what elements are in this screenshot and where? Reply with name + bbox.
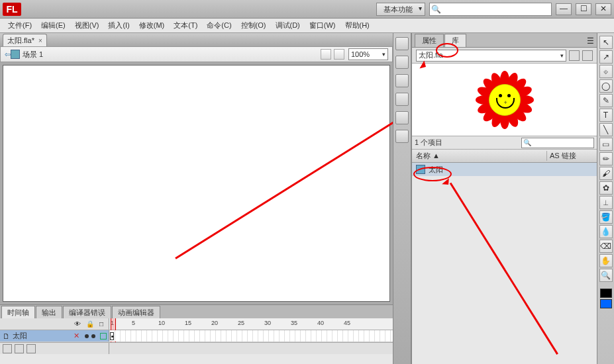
color-panel-icon[interactable]	[395, 37, 409, 50]
line-tool[interactable]: ╲	[599, 123, 613, 136]
library-search-input[interactable]: 🔍	[521, 138, 594, 148]
new-library-icon[interactable]	[582, 50, 593, 61]
deco-tool[interactable]: ✿	[599, 181, 613, 195]
layer-outline-box[interactable]	[100, 333, 107, 340]
transform-panel-icon[interactable]	[395, 111, 409, 124]
bottom-panel: 时间轴 输出 编译器错误 动画编辑器 👁 🔒 □ 1 5 10 15	[0, 304, 393, 364]
tools-panel: ↖ ↗ ⟐ ◯ ✎ T ╲ ▭ ✏ 🖌 ✿ ⟂ 🪣 💧 ⌫ ✋ 🔍	[597, 33, 614, 364]
ruler-tick: 5	[132, 320, 135, 326]
ink-bottle-tool[interactable]: 💧	[599, 225, 613, 238]
ruler-tick: 10	[158, 320, 165, 326]
zoom-select[interactable]: 100%	[348, 48, 388, 60]
document-tabbar: 太阳.fla* ×	[0, 33, 393, 46]
timeline-layers-header: 👁 🔒 □	[0, 318, 109, 330]
edit-scene-icon[interactable]	[321, 49, 331, 60]
menu-view[interactable]: 视图(V)	[71, 19, 103, 32]
app-logo: FL	[3, 3, 21, 16]
timeline-ruler[interactable]: 1 5 10 15 20 25 30 35 40 45	[109, 318, 393, 330]
scene-bar: ⇦ 场景 1 100%	[0, 46, 393, 62]
collapsed-panels-strip	[393, 33, 411, 364]
subselection-tool[interactable]: ↗	[599, 50, 613, 64]
document-tab-label: 太阳.fla*	[7, 36, 34, 46]
layer-lock-dot[interactable]	[91, 334, 95, 338]
text-tool[interactable]: T	[599, 109, 613, 122]
sort-indicator-icon: ▲	[433, 152, 440, 159]
delete-layer-icon[interactable]	[26, 344, 36, 353]
ruler-tick: 40	[317, 320, 324, 326]
menu-text[interactable]: 文本(T)	[170, 19, 201, 32]
brush-tool[interactable]: 🖌	[599, 167, 613, 180]
workspace-label: 基本功能	[384, 5, 413, 13]
layer-name-cell[interactable]: 🗋 太阳 ✕	[0, 330, 109, 341]
layer-delete-icon[interactable]: ✕	[74, 332, 79, 340]
stage-wrap	[0, 62, 393, 304]
pen-tool[interactable]: ✎	[599, 94, 613, 107]
swatches-panel-icon[interactable]	[395, 56, 409, 69]
paint-bucket-tool[interactable]: 🪣	[599, 210, 613, 224]
fill-color-swatch[interactable]	[600, 299, 612, 308]
timeline-header: 👁 🔒 □ 1 5 10 15 20 25 30 35 40 4	[0, 318, 393, 330]
scene-icon	[11, 50, 20, 59]
scene-label[interactable]: 场景 1	[23, 50, 43, 60]
selection-tool[interactable]: ↖	[599, 36, 613, 49]
maximize-button[interactable]: ☐	[576, 3, 591, 15]
menu-modify[interactable]: 修改(M)	[135, 19, 169, 32]
edit-symbol-icon[interactable]	[334, 49, 344, 60]
menu-commands[interactable]: 命令(C)	[203, 19, 235, 32]
library-list[interactable]: 太阳	[412, 163, 597, 364]
eraser-tool[interactable]: ⌫	[599, 240, 613, 253]
lasso-tool[interactable]: ◯	[599, 79, 613, 93]
pin-icon[interactable]	[569, 50, 580, 61]
ruler-tick: 30	[264, 320, 271, 326]
outline-icon[interactable]: □	[99, 320, 103, 328]
rectangle-tool[interactable]: ▭	[599, 138, 613, 151]
free-transform-tool[interactable]: ⟐	[599, 65, 613, 78]
timeline-frames[interactable]	[109, 330, 393, 341]
menu-control[interactable]: 控制(O)	[237, 19, 270, 32]
panel-menu-icon[interactable]: ☰	[584, 35, 597, 47]
library-preview: +	[412, 64, 597, 136]
help-search-input[interactable]: 🔍	[429, 3, 552, 16]
menu-file[interactable]: 文件(F)	[4, 19, 36, 32]
menu-debug[interactable]: 调试(D)	[272, 19, 304, 32]
lock-icon[interactable]: 🔒	[86, 320, 94, 328]
align-panel-icon[interactable]	[395, 74, 409, 87]
tab-compiler-errors[interactable]: 编译器错误	[63, 306, 111, 318]
bottom-panel-tabs: 时间轴 输出 编译器错误 动画编辑器	[0, 305, 393, 318]
info-panel-icon[interactable]	[395, 93, 409, 106]
new-layer-icon[interactable]	[3, 344, 12, 353]
menu-help[interactable]: 帮助(H)	[341, 19, 374, 32]
items-count-label: 1 个项目	[415, 138, 442, 148]
preview-symbol-sun: +	[480, 75, 530, 125]
timeline-footer-tools	[0, 343, 109, 354]
pencil-tool[interactable]: ✏	[599, 152, 613, 165]
keyframe[interactable]	[110, 332, 114, 340]
bone-tool[interactable]: ⟂	[599, 196, 613, 209]
timeline-panel: 👁 🔒 □ 1 5 10 15 20 25 30 35 40 4	[0, 318, 393, 364]
minimize-button[interactable]: —	[556, 3, 572, 15]
menubar: 文件(F) 编辑(E) 视图(V) 插入(I) 修改(M) 文本(T) 命令(C…	[0, 19, 614, 33]
new-folder-icon[interactable]	[15, 344, 24, 353]
workspace-selector[interactable]: 基本功能	[376, 3, 425, 16]
tab-motion-editor[interactable]: 动画编辑器	[112, 306, 160, 318]
menu-edit[interactable]: 编辑(E)	[37, 19, 70, 32]
stage[interactable]	[3, 65, 390, 302]
tab-timeline[interactable]: 时间轴	[1, 306, 35, 318]
document-tab[interactable]: 太阳.fla* ×	[3, 34, 47, 46]
menu-window[interactable]: 窗口(W)	[305, 19, 340, 32]
close-tab-icon[interactable]: ×	[38, 37, 42, 44]
tab-output[interactable]: 输出	[36, 306, 62, 318]
zoom-tool[interactable]: 🔍	[599, 269, 613, 282]
layer-icon: 🗋	[3, 332, 10, 340]
left-pane: 太阳.fla* × ⇦ 场景 1 100% 时间轴 输出 编译器错误	[0, 33, 393, 364]
eye-icon[interactable]: 👁	[74, 320, 81, 328]
stroke-color-swatch[interactable]	[600, 289, 612, 298]
timeline-layer-row[interactable]: 🗋 太阳 ✕	[0, 330, 393, 342]
close-button[interactable]: ✕	[595, 3, 611, 15]
hand-tool[interactable]: ✋	[599, 254, 613, 267]
history-panel-icon[interactable]	[395, 130, 409, 143]
library-list-header[interactable]: 名称 ▲ AS 链接	[412, 150, 597, 163]
layer-visibility-dot[interactable]	[85, 334, 89, 338]
back-icon[interactable]: ⇦	[5, 50, 11, 59]
menu-insert[interactable]: 插入(I)	[104, 19, 133, 32]
